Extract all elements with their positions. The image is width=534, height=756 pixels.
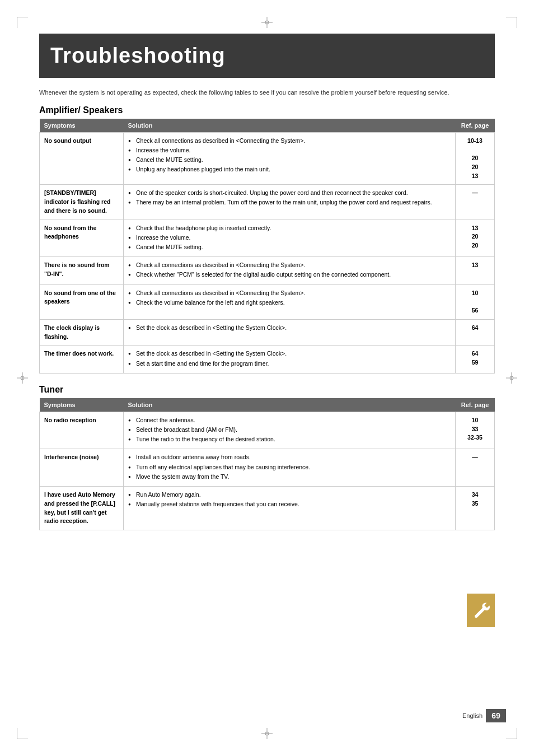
- symptom-cell: The timer does not work.: [40, 346, 124, 373]
- table-row: No sound outputCheck all connections as …: [40, 132, 495, 185]
- title-bar: Troubleshooting: [39, 34, 495, 78]
- language-label: English: [462, 712, 483, 719]
- solution-cell: Run Auto Memory again.Manually preset st…: [124, 487, 456, 530]
- main-content: Troubleshooting Whenever the system is n…: [39, 34, 495, 530]
- symptom-cell: No sound from one of the speakers: [40, 284, 124, 319]
- tuner-col-ref: Ref. page: [456, 398, 495, 412]
- solution-item: Check all connections as described in <C…: [128, 289, 451, 297]
- tuner-table: Symptoms Solution Ref. page No radio rec…: [39, 398, 495, 530]
- ref-cell: —: [456, 449, 495, 487]
- wrench-icon-area: [467, 594, 495, 627]
- corner-mark-br: [506, 728, 517, 739]
- cross-mark-top: [261, 17, 273, 28]
- solution-item: Manually preset stations with frequencie…: [128, 500, 451, 508]
- solution-item: Cancel the MUTE setting.: [128, 156, 451, 164]
- symptom-cell: [STANDBY/TIMER] indicator is flashing re…: [40, 185, 124, 220]
- ref-cell: 6459: [456, 346, 495, 373]
- ref-cell: 132020: [456, 220, 495, 257]
- table-row: The clock display is flashing.Set the cl…: [40, 319, 495, 346]
- amplifier-table: Symptoms Solution Ref. page No sound out…: [39, 119, 495, 374]
- ref-cell: 64: [456, 319, 495, 346]
- solution-item: Select the broadcast band (AM or FM).: [128, 426, 451, 434]
- table-row: No radio receptionConnect the antennas.S…: [40, 412, 495, 449]
- ref-cell: 1056: [456, 284, 495, 319]
- cross-mark-right: [506, 372, 517, 384]
- ref-cell: 13: [456, 257, 495, 284]
- ref-cell: 103332-35: [456, 412, 495, 449]
- table-row: Interference (noise)Install an outdoor a…: [40, 449, 495, 487]
- table-row: The timer does not work.Set the clock as…: [40, 346, 495, 373]
- solution-item: Cancel the MUTE setting.: [128, 243, 451, 251]
- table-row: [STANDBY/TIMER] indicator is flashing re…: [40, 185, 495, 220]
- solution-cell: One of the speaker cords is short-circui…: [124, 185, 456, 220]
- table-row: No sound from one of the speakersCheck a…: [40, 284, 495, 319]
- solution-cell: Check all connections as described in <C…: [124, 284, 456, 319]
- table-row: I have used Auto Memory and pressed the …: [40, 487, 495, 530]
- page: Troubleshooting Whenever the system is n…: [0, 0, 534, 756]
- solution-cell: Connect the antennas.Select the broadcas…: [124, 412, 456, 449]
- symptom-cell: No radio reception: [40, 412, 124, 449]
- solution-item: Increase the volume.: [128, 234, 451, 242]
- solution-item: Check all connections as described in <C…: [128, 261, 451, 269]
- solution-item: Check whether "PCM" is selected for the …: [128, 270, 451, 279]
- solution-cell: Check all connections as described in <C…: [124, 132, 456, 185]
- symptom-cell: Interference (noise): [40, 449, 124, 487]
- symptom-cell: I have used Auto Memory and pressed the …: [40, 487, 124, 530]
- solution-item: Check all connections as described in <C…: [128, 137, 451, 145]
- solution-item: One of the speaker cords is short-circui…: [128, 189, 451, 197]
- solution-item: Set the clock as described in <Setting t…: [128, 324, 451, 332]
- cross-mark-bottom: [261, 728, 273, 739]
- symptom-cell: No sound from the headphones: [40, 220, 124, 257]
- solution-item: Tune the radio to the frequency of the d…: [128, 435, 451, 444]
- solution-item: Install an outdoor antenna away from roa…: [128, 453, 451, 461]
- table-row: No sound from the headphonesCheck that t…: [40, 220, 495, 257]
- tuner-col-solution: Solution: [124, 398, 456, 412]
- solution-cell: Check all connections as described in <C…: [124, 257, 456, 284]
- table-row: There is no sound from "D-IN".Check all …: [40, 257, 495, 284]
- solution-item: Move the system away from the TV.: [128, 473, 451, 481]
- solution-item: Increase the volume.: [128, 146, 451, 155]
- solution-item: Unplug any headphones plugged into the m…: [128, 165, 451, 174]
- symptom-cell: There is no sound from "D-IN".: [40, 257, 124, 284]
- solution-cell: Set the clock as described in <Setting t…: [124, 346, 456, 373]
- amp-col-ref: Ref. page: [456, 119, 495, 133]
- solution-item: Set the clock as described in <Setting t…: [128, 349, 451, 358]
- tuner-section: Tuner Symptoms Solution Ref. page No rad…: [39, 385, 495, 530]
- corner-mark-tl: [17, 17, 28, 28]
- page-badge: English 69: [462, 709, 506, 722]
- solution-item: Connect the antennas.: [128, 416, 451, 424]
- symptom-cell: No sound output: [40, 132, 124, 185]
- corner-mark-bl: [17, 728, 28, 739]
- solution-item: Turn off any electrical appliances that …: [128, 463, 451, 472]
- page-title: Troubleshooting: [50, 44, 484, 68]
- amp-col-solution: Solution: [124, 119, 456, 133]
- cross-mark-left: [17, 372, 28, 384]
- amplifier-section: Amplifier/ Speakers Symptoms Solution Re…: [39, 105, 495, 374]
- solution-cell: Check that the headphone plug is inserte…: [124, 220, 456, 257]
- corner-mark-tr: [506, 17, 517, 28]
- page-number: 69: [486, 709, 506, 722]
- amp-col-symptoms: Symptoms: [40, 119, 124, 133]
- tuner-col-symptoms: Symptoms: [40, 398, 124, 412]
- wrench-icon: [471, 601, 490, 620]
- solution-item: There may be an internal problem. Turn o…: [128, 198, 451, 207]
- solution-item: Check the volume balance for the left an…: [128, 298, 451, 307]
- intro-text: Whenever the system is not operating as …: [39, 88, 495, 97]
- solution-item: Run Auto Memory again.: [128, 491, 451, 499]
- ref-cell: 3435: [456, 487, 495, 530]
- solution-item: Set a start time and end time for the pr…: [128, 360, 451, 368]
- solution-cell: Install an outdoor antenna away from roa…: [124, 449, 456, 487]
- tuner-section-title: Tuner: [39, 385, 495, 395]
- ref-cell: 10-13202013: [456, 132, 495, 185]
- ref-cell: —: [456, 185, 495, 220]
- symptom-cell: The clock display is flashing.: [40, 319, 124, 346]
- solution-cell: Set the clock as described in <Setting t…: [124, 319, 456, 346]
- solution-item: Check that the headphone plug is inserte…: [128, 224, 451, 232]
- amplifier-section-title: Amplifier/ Speakers: [39, 105, 495, 115]
